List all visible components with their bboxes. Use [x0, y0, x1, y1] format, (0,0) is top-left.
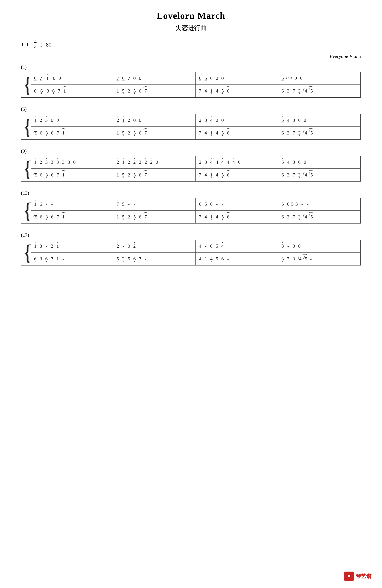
note: 3 [61, 159, 65, 165]
note: 1 [56, 243, 59, 249]
note: 6 [226, 88, 230, 94]
note: #5 [309, 130, 313, 136]
note: 7 [286, 256, 290, 262]
measure-2-upper: 7 6 7 0 0 [113, 72, 196, 84]
note: 4 [204, 214, 208, 220]
note: 3 [286, 130, 290, 136]
note: 5 [281, 75, 285, 81]
note: 3 [286, 88, 290, 94]
note: 2 [127, 214, 131, 220]
m12-lower: 6 3 7 3 #4 #5 [278, 168, 361, 181]
measure-1-lower: 0 6 3 6 7 1 [31, 85, 113, 97]
note: 2 [144, 159, 148, 165]
staff-lower-1: 0 6 3 6 7 1 1 5 2 5 6 7 7 4 1 4 5 6 6 [31, 85, 361, 97]
note: 6 [133, 256, 136, 262]
rest: 0 [33, 88, 37, 94]
rest: 0 [303, 117, 307, 123]
note: 7 [144, 172, 148, 178]
note: 1 [210, 130, 213, 136]
staff-lower-4: #5 6 3 6 7 1 1 5 2 5 6 7 7 4 1 4 5 6 6 3… [31, 210, 361, 223]
note: 5 [221, 214, 225, 220]
note: 6 [52, 88, 55, 94]
rest: 0 [210, 243, 213, 249]
note: 3 [39, 256, 43, 262]
m14-upper: 7 5 - - [113, 198, 196, 210]
note: 2 [127, 117, 131, 123]
note: 6 [226, 214, 230, 220]
m7-upper: 2 3 4 0 0 [196, 114, 278, 126]
note: 7 [198, 214, 202, 220]
system-4: { 1 6 - - 7 5 - - 6 5 6 - - 5 6 5 3 [21, 198, 361, 224]
note: 5 [116, 256, 120, 262]
note: 5 [281, 201, 285, 207]
note: #5 [303, 256, 307, 262]
rest: 0 [294, 75, 298, 81]
note: 2 [138, 159, 142, 165]
m14-lower: 1 5 2 5 6 7 [113, 210, 196, 223]
note: 6 [39, 172, 43, 178]
logo-icon: ♥ [344, 571, 354, 581]
tempo-label: ♩=80 [40, 41, 51, 48]
note: 4 [215, 214, 219, 220]
note: 5 [215, 256, 219, 262]
note: 5 [121, 88, 125, 94]
note: 5 [221, 88, 225, 94]
note: 1 [61, 130, 65, 136]
dash: - [133, 201, 136, 207]
staff-upper-1: 6 7 1 0 0 7 6 7 0 0 6 5 6 0 0 5 653 0 0 [31, 72, 361, 85]
note: 6 [33, 75, 37, 81]
note: 3 [286, 214, 290, 220]
m18-upper: 2 - 0 2 [113, 240, 196, 252]
staff-upper-5: 1 3 - 2 1 2 - 0 2 4 - 0 5 4 3 - 0 0 [31, 240, 361, 252]
note: #5 [309, 88, 313, 94]
m5-upper: 1 2 3 0 0 [31, 114, 113, 126]
note: 1 [61, 172, 65, 178]
rest: 0 [299, 75, 303, 81]
note: #5 [309, 172, 313, 178]
note: #4 [303, 172, 307, 178]
note: 6 [281, 214, 285, 220]
m18-lower: 5 2 5 6 7 - [113, 252, 196, 265]
note: 7 [292, 214, 296, 220]
note: 1 [33, 117, 37, 123]
staff-upper-2: 1 2 3 0 0 2 1 2 0 0 2 3 4 0 0 5 4 3 0 0 [31, 114, 361, 127]
note: 2 [198, 117, 202, 123]
note: 1 [116, 214, 120, 220]
m17-lower: 6 3 6 7 1 - [31, 252, 113, 265]
note: 1 [210, 88, 213, 94]
note: 3 [204, 159, 208, 165]
note: 2 [116, 159, 120, 165]
dash: - [121, 243, 125, 249]
system-1: { 6 7 1 0 0 7 6 7 0 0 6 5 6 0 0 5 6 [21, 72, 361, 98]
note: 5 [204, 75, 208, 81]
note: 3 [67, 159, 71, 165]
rest: 0 [297, 243, 301, 249]
note: 3 [292, 256, 296, 262]
note: 653 [286, 76, 292, 81]
m9-lower: #5 6 3 6 7 1 [31, 168, 113, 181]
m16-lower: 6 3 7 3 #4 #5 [278, 210, 361, 223]
logo-area: ♥ 琴艺谱 [344, 571, 372, 581]
note: 1 [33, 201, 37, 207]
rest: 0 [133, 117, 136, 123]
note: 4 [198, 256, 202, 262]
note: 3 [281, 256, 285, 262]
m10-lower: 1 5 2 5 6 7 [113, 168, 196, 181]
dash: - [300, 201, 304, 207]
note: 6 [138, 214, 142, 220]
dash: - [221, 201, 225, 207]
note: 6 [138, 88, 142, 94]
m13-upper: 1 6 - - [31, 198, 113, 210]
note: 5 [204, 201, 208, 207]
m19-upper: 4 - 0 5 4 [196, 240, 278, 252]
note: 6 [210, 75, 213, 81]
note: 1 [116, 172, 120, 178]
m6-lower: 1 5 2 5 6 7 [113, 127, 196, 139]
note: 6 [39, 130, 43, 136]
note: 4 [286, 117, 290, 123]
note: 2 [39, 159, 43, 165]
note: 2 [149, 159, 153, 165]
measure-2-lower: 1 5 2 5 6 7 [113, 85, 196, 97]
note: 4 [286, 159, 290, 165]
measure-1-upper: 6 7 1 0 0 [31, 72, 113, 84]
